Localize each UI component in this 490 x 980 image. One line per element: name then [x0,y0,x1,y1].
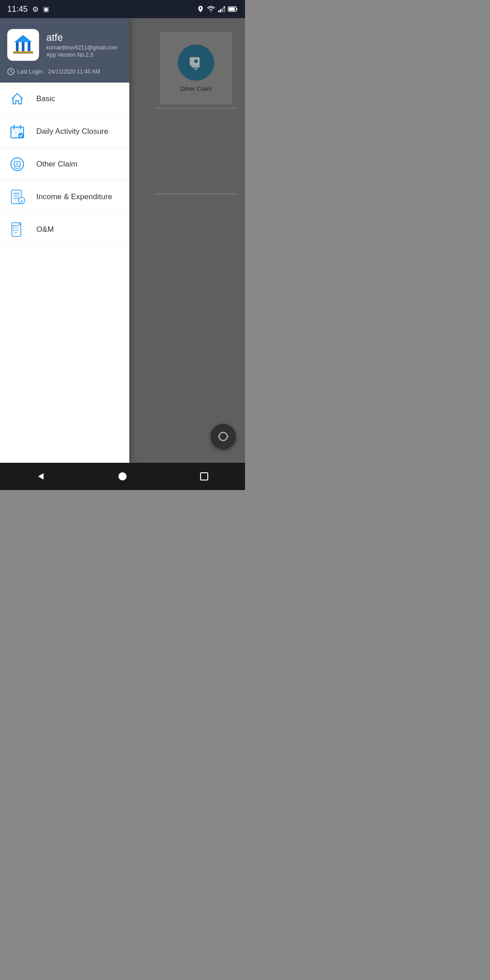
svg-rect-7 [28,42,30,52]
svg-rect-52 [201,473,208,480]
drawer-header: atfe kumardhruv9211@gmail.com App Versio… [0,18,129,83]
clock-icon [7,68,15,75]
battery-icon [228,5,238,13]
menu-item-basic[interactable]: Basic [0,83,129,115]
svg-text:$: $ [21,199,23,203]
menu-item-daily-activity[interactable]: Daily Activity Closure [0,115,129,148]
svg-rect-43 [222,8,223,12]
svg-point-39 [13,227,14,229]
ledger-icon: $ [7,187,27,207]
menu-item-income-expenditure[interactable]: $ Income & Expenditure [0,181,129,213]
svg-marker-50 [38,473,44,480]
menu-item-om[interactable]: O&M [0,213,129,246]
svg-rect-6 [22,42,24,52]
home-nav-icon [117,471,128,482]
status-left: 11:45 ⚙ ▣ [7,5,49,14]
app-logo [7,29,39,61]
settings-status-icon: ⚙ [32,5,39,14]
wifi-icon [207,5,215,13]
back-icon [35,471,46,482]
drawer-menu: Basic [0,83,129,463]
svg-rect-49 [236,8,237,10]
svg-rect-42 [220,9,221,12]
bottom-nav [0,463,245,490]
app-name: atfe [46,32,118,44]
svg-point-23 [16,162,19,165]
menu-item-other-claim[interactable]: Other Claim [0,148,129,181]
basic-label: Basic [36,94,55,103]
nav-drawer: atfe kumardhruv9211@gmail.com App Versio… [0,18,129,463]
recents-button[interactable] [191,467,218,485]
svg-point-51 [118,472,127,480]
back-button[interactable] [27,467,54,485]
svg-rect-14 [11,127,24,131]
claim-icon [7,154,27,174]
status-bar: 11:45 ⚙ ▣ [0,0,245,18]
daily-activity-label: Daily Activity Closure [36,127,108,136]
app-email: kumardhruv9211@gmail.com [46,44,118,51]
svg-point-38 [13,225,14,226]
home-icon [7,89,27,109]
svg-rect-10 [13,52,33,53]
svg-rect-48 [229,8,235,11]
svg-rect-41 [218,10,220,12]
svg-point-20 [18,133,24,138]
app-info: atfe kumardhruv9211@gmail.com App Versio… [46,32,118,58]
svg-rect-11 [13,53,33,54]
svg-marker-4 [14,35,32,42]
svg-point-40 [13,230,14,231]
income-expenditure-label: Income & Expenditure [36,192,112,201]
status-time: 11:45 [7,5,28,14]
app-logo-icon [10,31,37,59]
calendar-check-icon [7,122,27,142]
status-right [197,5,238,13]
recents-icon [199,471,210,482]
app-logo-row: atfe kumardhruv9211@gmail.com App Versio… [7,29,122,61]
last-login: Last Login : 24/11/2020 11:45 AM [7,68,122,75]
sim-status-icon: ▣ [43,5,49,13]
location-icon [197,5,204,13]
document-icon [7,220,27,240]
home-button[interactable] [109,467,136,485]
svg-rect-9 [13,51,33,52]
om-label: O&M [36,225,54,234]
other-claim-menu-label: Other Claim [36,160,78,169]
app-version: App Version No.2.3 [46,52,118,58]
signal-icon [218,5,225,13]
svg-rect-5 [16,42,19,52]
